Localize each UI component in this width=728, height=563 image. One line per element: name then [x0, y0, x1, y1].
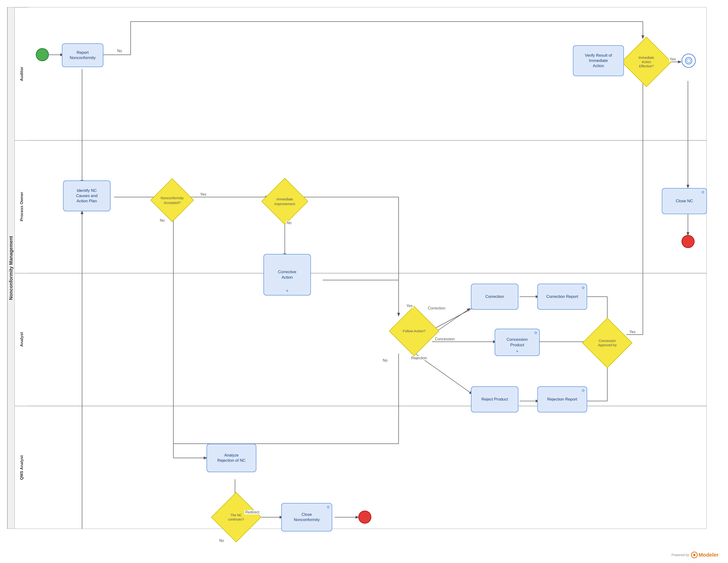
no-label-nc: No: [218, 539, 225, 543]
lane-analyst-label: Analyst: [14, 273, 29, 406]
correction-label-follow: Correction: [427, 306, 446, 310]
logo-circle-icon: [691, 552, 698, 558]
arrows-svg: [7, 7, 706, 529]
close-nonconformity-node[interactable]: ⚙ Close Nonconformity: [281, 503, 332, 531]
footer: Powered by Modeler: [672, 552, 719, 558]
correction-report-service-icon: ⚙: [581, 286, 585, 291]
reject-product-node[interactable]: Reject Product: [471, 386, 518, 412]
concession-label-follow: Concession: [434, 337, 456, 341]
concession-approved-label: Concession Approved by: [598, 339, 617, 347]
rejection-label-follow: Rejection: [410, 356, 428, 360]
no-label-follow: No: [382, 358, 388, 363]
no-label-top: No: [116, 49, 123, 53]
svg-line-12: [432, 309, 472, 330]
concession-product-node[interactable]: ⚙ Concession Product +: [495, 329, 540, 356]
no-label-immediate: No: [286, 221, 292, 225]
end-event-red: [682, 235, 695, 248]
analyze-rejection-node[interactable]: Analyze Rejection of NC: [207, 444, 256, 472]
immediate-action-effective-label: Immediate Action Effective?: [639, 55, 654, 69]
concession-plus-icon: +: [516, 349, 519, 354]
logo-inner-icon: [693, 554, 696, 556]
yes-label-concession: Yes: [629, 330, 636, 334]
immediate-action-effective-diamond[interactable]: Immediate Action Effective?: [621, 37, 672, 87]
corrective-action-plus-icon: +: [286, 288, 289, 294]
immediate-improvement-label: Immediate Improvement: [274, 197, 295, 206]
concession-product-service-icon: ⚙: [534, 331, 537, 336]
follow-action-diamond[interactable]: Follow Action?: [389, 306, 439, 356]
verify-result-node[interactable]: Verify Result of Immediate Action: [573, 45, 624, 76]
corrective-action-node[interactable]: Corrective Action +: [263, 254, 311, 295]
page: Nonconformity Management Auditor Process…: [0, 0, 728, 563]
follow-action-label: Follow Action?: [403, 329, 426, 333]
nc-continues-label: The NC continues?: [228, 513, 244, 521]
immediate-improvement-diamond[interactable]: Immediate Improvement: [261, 178, 308, 225]
svg-point-40: [685, 57, 692, 64]
end-event-red2: [358, 511, 371, 524]
rejection-report-service-icon: ⚙: [581, 388, 585, 393]
close-nonconformity-service-icon: ⚙: [327, 505, 330, 510]
correction-report-node[interactable]: ⚙ Correction Report: [537, 284, 587, 310]
correction-node[interactable]: Correction: [471, 284, 518, 310]
nc-continues-diamond[interactable]: The NC continues?: [211, 492, 261, 542]
svg-point-41: [687, 59, 691, 63]
yes-label-follow: Yes: [406, 304, 413, 308]
lane-qms-analyst-label: QMS Analyst: [14, 406, 29, 529]
close-nc-service-icon: ⚙: [701, 190, 705, 195]
lane-group-label: Nonconformity Management: [7, 7, 14, 529]
rejection-report-node[interactable]: ⚙ Rejection Report: [537, 386, 587, 412]
diagram-area: Nonconformity Management Auditor Process…: [7, 7, 707, 529]
verify-event-circle: [682, 54, 696, 68]
report-nonconformity-node[interactable]: Report Nonconformity: [62, 43, 103, 67]
brand-name: Modeler: [699, 552, 719, 558]
close-nc-node[interactable]: ⚙ Close NC: [662, 188, 707, 214]
no-label-nonconformity: No: [159, 218, 165, 223]
redirect-label: Redirect: [244, 510, 260, 514]
powered-by-text: Powered by: [672, 553, 689, 557]
lane-auditor-label: Auditor: [14, 7, 29, 140]
nonconformity-accepted-diamond[interactable]: Nonconformity Accepted?: [150, 178, 194, 222]
nonconformity-accepted-label: Nonconformity Accepted?: [161, 195, 184, 205]
identify-nc-node[interactable]: Identify NC Causes and Action Plan: [63, 180, 111, 211]
yes-label-nonconformity: Yes: [199, 192, 207, 197]
footer-logo: Modeler: [691, 552, 719, 558]
start-event: [36, 48, 49, 61]
concession-approved-diamond[interactable]: Concession Approved by: [582, 318, 632, 368]
lane-process-owner-label: Process Owner: [14, 140, 29, 273]
yes-label-iae: Yes: [669, 57, 677, 61]
